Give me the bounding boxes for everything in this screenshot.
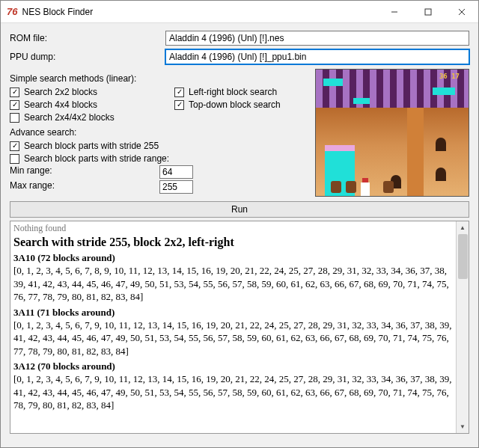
rom-file-label: ROM file: bbox=[10, 33, 159, 43]
check-stride-255-label: Search block parts with stride 255 bbox=[24, 141, 159, 151]
check-2x4-4x2[interactable] bbox=[10, 113, 19, 123]
maximize-icon bbox=[424, 8, 432, 16]
result-block-title: 3A10 (72 blocks around) bbox=[13, 252, 453, 264]
minimize-button[interactable] bbox=[377, 1, 411, 22]
check-4x4-label: Search 4x4 blocks bbox=[24, 99, 97, 110]
check-stride-range-label: Search block parts with stride range: bbox=[24, 153, 169, 164]
scroll-track[interactable] bbox=[457, 234, 469, 420]
check-top-down[interactable]: ✓ bbox=[174, 100, 184, 110]
close-icon bbox=[458, 8, 466, 16]
check-2x2[interactable]: ✓ bbox=[10, 88, 19, 97]
advance-search-heading: Advance search: bbox=[10, 127, 309, 138]
check-2x2-label: Search 2x2 blocks bbox=[24, 87, 97, 97]
preview-score: 36 17 bbox=[439, 73, 460, 80]
check-stride-255[interactable]: ✓ bbox=[10, 141, 19, 151]
window-title: NES Block Finder bbox=[22, 7, 377, 17]
rom-file-input[interactable] bbox=[165, 31, 469, 46]
check-left-right-label: Left-right block search bbox=[189, 87, 277, 97]
check-2x4-4x2-label: Search 2x4/4x2 blocks bbox=[24, 112, 115, 123]
max-range-label: Max range: bbox=[10, 180, 159, 194]
scroll-up-button[interactable]: ▲ bbox=[457, 221, 469, 234]
run-button-label: Run bbox=[231, 204, 248, 215]
results-panel: Nothing foundSearch with stride 255, blo… bbox=[10, 221, 469, 434]
check-stride-range[interactable] bbox=[10, 154, 19, 164]
close-button[interactable] bbox=[445, 1, 478, 22]
check-top-down-label: Top-down block search bbox=[189, 99, 281, 110]
svg-rect-1 bbox=[425, 9, 431, 15]
result-block-array: [0, 1, 2, 3, 4, 5, 6, 7, 8, 9, 10, 11, 1… bbox=[13, 264, 453, 304]
scroll-down-button[interactable]: ▼ bbox=[457, 420, 469, 433]
min-range-label: Min range: bbox=[10, 165, 159, 179]
result-block-title: 3A11 (71 blocks around) bbox=[13, 307, 453, 319]
maximize-button[interactable] bbox=[411, 1, 445, 22]
max-range-input[interactable] bbox=[159, 180, 193, 194]
check-left-right[interactable]: ✓ bbox=[174, 88, 184, 97]
minimize-icon bbox=[391, 8, 398, 16]
min-range-input[interactable] bbox=[159, 165, 193, 179]
ppu-dump-label: PPU dump: bbox=[10, 52, 159, 62]
results-scrollbar[interactable]: ▲ ▼ bbox=[456, 221, 469, 433]
check-4x4[interactable]: ✓ bbox=[10, 100, 19, 110]
result-block-array: [0, 1, 2, 3, 4, 5, 6, 7, 9, 10, 11, 12, … bbox=[13, 319, 453, 358]
simple-search-heading: Simple search methods (linear): bbox=[10, 73, 309, 84]
ppu-dump-input[interactable] bbox=[165, 49, 469, 64]
scroll-thumb[interactable] bbox=[458, 234, 468, 279]
results-header: Search with stride 255, block 2x2, left-… bbox=[13, 236, 453, 249]
results-text[interactable]: Nothing foundSearch with stride 255, blo… bbox=[10, 221, 456, 433]
preview-character bbox=[361, 182, 370, 197]
result-block-title: 3A12 (70 blocks around) bbox=[13, 360, 453, 372]
results-cutoff-line: Nothing found bbox=[13, 223, 453, 234]
result-block-array: [0, 1, 2, 3, 4, 5, 6, 7, 9, 10, 11, 12, … bbox=[13, 372, 453, 412]
run-button[interactable]: Run bbox=[10, 201, 469, 218]
game-preview: 36 17 bbox=[315, 69, 469, 197]
app-icon: 76 bbox=[7, 6, 17, 17]
titlebar: 76 NES Block Finder bbox=[1, 1, 478, 23]
